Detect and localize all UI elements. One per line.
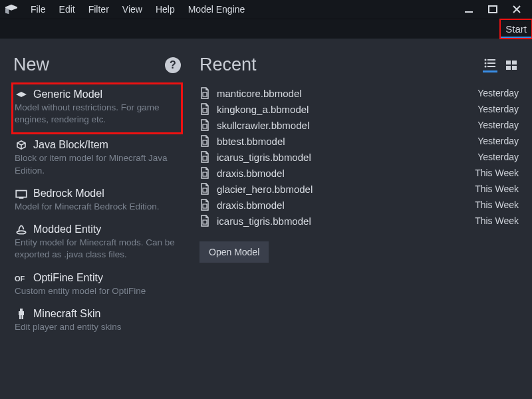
new-list: Generic Model Model without restrictions… — [13, 84, 181, 340]
svg-rect-19 — [512, 66, 517, 70]
svg-rect-2 — [16, 190, 27, 197]
svg-rect-15 — [487, 66, 495, 67]
new-item-title: Java Block/Item — [33, 139, 108, 151]
new-item-bedrock-model[interactable]: Bedrock Model Model for Minecraft Bedroc… — [13, 184, 181, 219]
recent-file-name: kingkong_a.bbmodel — [217, 104, 309, 115]
svg-rect-16 — [506, 61, 511, 65]
new-item-minecraft-skin[interactable]: Minecraft Skin Edit player and entity sk… — [13, 304, 181, 340]
file-icon — [200, 215, 211, 227]
file-icon — [200, 183, 211, 195]
recent-file-time: Yesterday — [477, 104, 519, 114]
new-item-generic-model[interactable]: Generic Model Model without restrictions… — [13, 84, 181, 132]
menu-filter[interactable]: Filter — [82, 1, 116, 17]
recent-file-name: bbtest.bbmodel — [217, 136, 285, 147]
grid-view-icon[interactable] — [504, 58, 519, 72]
recent-file[interactable]: glacier_hero.bbmodel This Week — [200, 183, 519, 195]
app-logo-icon — [3, 2, 20, 17]
new-item-desc: Edit player and entity skins — [15, 321, 177, 333]
bedrock-model-icon — [15, 188, 28, 200]
close-icon[interactable] — [511, 3, 523, 15]
new-item-title: Modded Entity — [33, 223, 101, 235]
svg-rect-28 — [203, 220, 207, 224]
recent-file[interactable]: draxis.bbmodel This Week — [200, 199, 519, 211]
open-model-button[interactable]: Open Model — [200, 241, 269, 263]
java-block-icon — [15, 139, 28, 151]
new-item-desc: Model without restrictions. For game eng… — [15, 102, 177, 126]
recent-file-time: Yesterday — [477, 88, 519, 98]
tab-start[interactable]: Start — [500, 19, 532, 39]
new-item-desc: Block or item model for Minecraft Java E… — [15, 152, 177, 176]
recent-file[interactable]: draxis.bbmodel This Week — [200, 167, 519, 179]
svg-rect-17 — [512, 61, 517, 65]
recent-file-name: draxis.bbmodel — [217, 168, 285, 179]
svg-rect-21 — [203, 108, 207, 112]
new-column: New ? Generic Model Model without restri… — [13, 55, 181, 386]
menu-model-engine[interactable]: Model Engine — [182, 1, 252, 17]
new-item-java-block[interactable]: Java Block/Item Block or item model for … — [13, 135, 181, 183]
new-title: New — [13, 55, 49, 75]
new-item-modded-entity[interactable]: Modded Entity Entity model for Minecraft… — [13, 219, 181, 267]
view-toggle — [483, 58, 519, 72]
recent-title: Recent — [200, 55, 257, 75]
new-item-title: Bedrock Model — [33, 188, 104, 200]
svg-rect-6 — [20, 309, 23, 311]
file-icon — [200, 135, 211, 147]
svg-rect-18 — [506, 66, 511, 70]
recent-file-time: This Week — [475, 168, 519, 178]
minecraft-skin-icon — [15, 308, 28, 320]
file-icon — [200, 167, 211, 179]
recent-file[interactable]: icarus_tigris.bbmodel This Week — [200, 215, 519, 227]
svg-rect-26 — [203, 188, 207, 192]
menu-edit[interactable]: Edit — [53, 1, 82, 17]
optifine-entity-icon: OF — [15, 272, 28, 284]
recent-file-time: This Week — [475, 215, 519, 226]
file-icon — [200, 87, 211, 99]
menu-file[interactable]: File — [24, 1, 53, 17]
new-item-title: OptiFine Entity — [33, 272, 103, 284]
main-menu: File Edit Filter View Help Model Engine — [24, 1, 251, 17]
new-item-optifine-entity[interactable]: OF OptiFine Entity Custom entity model f… — [13, 268, 181, 304]
svg-rect-13 — [487, 63, 495, 64]
svg-rect-0 — [465, 11, 473, 13]
recent-file[interactable]: icarus_tigris.bbmodel Yesterday — [200, 151, 519, 163]
recent-file[interactable]: bbtest.bbmodel Yesterday — [200, 135, 519, 147]
recent-file-name: skullcrawler.bbmodel — [217, 120, 309, 131]
minimize-icon[interactable] — [463, 3, 475, 15]
svg-rect-7 — [19, 311, 24, 315]
new-item-desc: Custom entity model for OptiFine — [15, 285, 177, 297]
file-icon — [200, 119, 211, 131]
svg-point-14 — [485, 66, 487, 68]
recent-file-time: This Week — [475, 200, 519, 210]
svg-point-12 — [485, 63, 487, 65]
file-icon — [200, 103, 211, 115]
recent-header: Recent — [200, 55, 519, 75]
maximize-icon[interactable] — [487, 3, 499, 15]
svg-rect-9 — [22, 315, 24, 319]
recent-file[interactable]: manticore.bbmodel Yesterday — [200, 87, 519, 99]
recent-file-name: icarus_tigris.bbmodel — [217, 152, 311, 163]
recent-file[interactable]: skullcrawler.bbmodel Yesterday — [200, 119, 519, 131]
menu-help[interactable]: Help — [149, 1, 182, 17]
recent-file-time: This Week — [475, 184, 519, 194]
new-item-title: Generic Model — [33, 88, 102, 100]
svg-rect-24 — [203, 156, 207, 160]
svg-rect-11 — [487, 59, 495, 61]
recent-column: Recent manticore.bbmodel Yesterday kingk… — [200, 55, 519, 386]
content-area: New ? Generic Model Model without restri… — [0, 39, 532, 399]
generic-model-icon — [15, 88, 28, 100]
new-header: New ? — [13, 55, 181, 75]
menu-view[interactable]: View — [116, 1, 149, 17]
list-view-icon[interactable] — [483, 58, 497, 72]
tab-bar: Start — [0, 19, 532, 39]
svg-rect-20 — [203, 92, 207, 96]
svg-point-4 — [17, 231, 25, 233]
svg-rect-23 — [203, 140, 207, 144]
recent-file-time: Yesterday — [477, 120, 519, 130]
recent-file[interactable]: kingkong_a.bbmodel Yesterday — [200, 103, 519, 115]
help-icon[interactable]: ? — [165, 57, 181, 73]
svg-rect-27 — [203, 204, 207, 208]
recent-list: manticore.bbmodel Yesterday kingkong_a.b… — [200, 87, 519, 227]
recent-file-name: manticore.bbmodel — [217, 88, 302, 99]
window-controls — [463, 3, 529, 15]
titlebar: File Edit Filter View Help Model Engine — [0, 0, 532, 19]
